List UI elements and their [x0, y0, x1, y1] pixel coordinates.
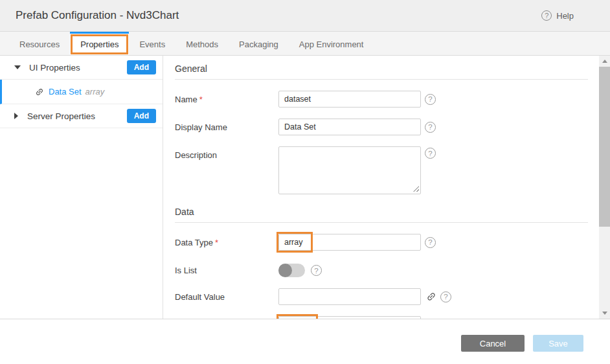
properties-sidebar: UI Properties Add Data Set array Server …: [0, 56, 163, 319]
required-marker: *: [215, 238, 218, 247]
field-row-description: Description ?: [175, 146, 588, 194]
scroll-down-arrow-icon: [602, 312, 607, 315]
group-label-ui-properties: UI Properties: [29, 63, 80, 73]
vertical-scrollbar[interactable]: [599, 56, 610, 319]
name-help-icon[interactable]: ?: [425, 94, 436, 105]
field-row-data-type: Data Type* ?: [175, 234, 588, 251]
scrollbar-thumb[interactable]: [599, 67, 610, 227]
caret-right-icon: [14, 113, 18, 119]
section-title-general: General: [175, 63, 588, 80]
description-textarea[interactable]: [278, 146, 421, 194]
add-server-property-button[interactable]: Add: [127, 109, 156, 123]
field-row-default-value: Default Value ?: [175, 288, 588, 305]
field-row-display-name: Display Name ?: [175, 119, 588, 135]
data-type-input[interactable]: [278, 234, 421, 251]
is-list-help-icon[interactable]: ?: [311, 265, 322, 276]
toggle-knob: [278, 264, 292, 277]
binding-type-label: Binding Type: [175, 316, 278, 319]
add-ui-property-button[interactable]: Add: [127, 60, 156, 74]
dialog-title: Prefab Configuration - Nvd3Chart: [16, 9, 179, 22]
dialog-body: UI Properties Add Data Set array Server …: [0, 56, 610, 319]
data-set-item-label: Data Set: [49, 87, 82, 97]
dialog-footer: Cancel Save: [0, 319, 610, 364]
bind-link-icon[interactable]: [426, 291, 436, 302]
tab-properties[interactable]: Properties: [70, 32, 129, 55]
field-row-is-list: Is List ?: [175, 262, 588, 277]
name-label: Name*: [175, 91, 278, 104]
scroll-up-button[interactable]: [599, 60, 610, 63]
group-label-server-properties: Server Properties: [27, 111, 95, 121]
section-title-data: Data: [175, 207, 588, 223]
tab-methods[interactable]: Methods: [175, 32, 229, 55]
tab-resources[interactable]: Resources: [9, 32, 70, 55]
tab-events[interactable]: Events: [129, 32, 175, 55]
prefab-configuration-dialog: Prefab Configuration - Nvd3Chart ? Help …: [0, 0, 610, 364]
is-list-label: Is List: [175, 262, 278, 275]
data-type-help-icon[interactable]: ?: [425, 237, 436, 248]
default-value-help-icon[interactable]: ?: [440, 291, 451, 302]
tab-app-environment[interactable]: App Environment: [289, 32, 374, 55]
cancel-button[interactable]: Cancel: [461, 335, 525, 352]
dialog-header: Prefab Configuration - Nvd3Chart ? Help: [0, 0, 610, 32]
tab-properties-label: Properties: [80, 40, 119, 49]
display-name-help-icon[interactable]: ?: [425, 122, 436, 133]
binding-type-select[interactable]: in-bound: [278, 316, 421, 319]
help-button[interactable]: ? Help: [541, 10, 574, 21]
link-icon: [35, 87, 44, 97]
sidebar-group-server-properties[interactable]: Server Properties Add: [0, 104, 163, 128]
data-type-label: Data Type*: [175, 234, 278, 247]
scroll-down-button[interactable]: [599, 312, 610, 315]
sidebar-group-ui-properties[interactable]: UI Properties Add: [0, 56, 163, 80]
name-input[interactable]: [278, 91, 421, 108]
help-label: Help: [556, 11, 574, 21]
default-value-input[interactable]: [278, 288, 421, 305]
sidebar-item-data-set[interactable]: Data Set array: [0, 80, 163, 104]
display-name-label: Display Name: [175, 119, 278, 132]
field-row-binding-type: Binding Type in-bound ?: [175, 316, 588, 319]
description-help-icon[interactable]: ?: [425, 148, 436, 159]
tab-bar: Resources Properties Events Methods Pack…: [0, 32, 610, 56]
help-icon: ?: [541, 10, 552, 21]
required-marker: *: [199, 95, 203, 104]
default-value-label: Default Value: [175, 288, 278, 302]
field-row-name: Name* ?: [175, 91, 588, 108]
scroll-up-arrow-icon: [602, 60, 607, 63]
is-list-toggle[interactable]: [278, 264, 305, 277]
save-button[interactable]: Save: [533, 335, 583, 352]
data-set-item-type: array: [85, 87, 105, 97]
caret-down-icon: [14, 65, 21, 69]
display-name-input[interactable]: [278, 119, 421, 135]
property-form: General Name* ? Display Name ?: [163, 56, 599, 319]
description-label: Description: [175, 146, 278, 160]
tab-packaging[interactable]: Packaging: [229, 32, 289, 55]
